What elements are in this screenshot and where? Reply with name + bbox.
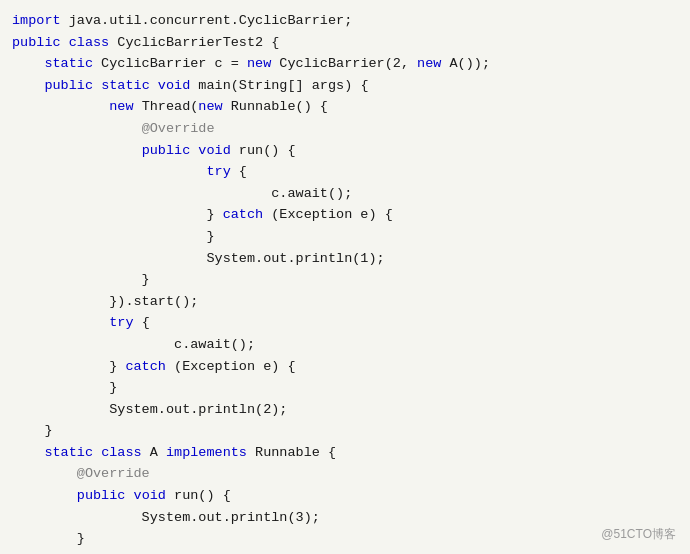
line-22: @Override [12,466,150,481]
line-13: } [12,272,150,287]
line-25: } [12,531,85,546]
line-5: new Thread(new Runnable() { [12,99,328,114]
line-23: public void run() { [12,488,231,503]
line-18: } [12,380,117,395]
line-19: System.out.println(2); [12,402,287,417]
line-3: static CyclicBarrier c = new CyclicBarri… [12,56,490,71]
line-8: try { [12,164,247,179]
line-15: try { [12,315,150,330]
line-16: c.await(); [12,337,255,352]
line-10: } catch (Exception e) { [12,207,393,222]
line-7: public void run() { [12,143,296,158]
line-9: c.await(); [12,186,352,201]
line-17: } catch (Exception e) { [12,359,296,374]
line-12: System.out.println(1); [12,251,385,266]
line-2: public class CyclicBarrierTest2 { [12,35,279,50]
code-viewer: import java.util.concurrent.CyclicBarrie… [0,0,690,554]
line-20: } [12,423,53,438]
line-6: @Override [12,121,215,136]
line-24: System.out.println(3); [12,510,320,525]
line-14: }).start(); [12,294,198,309]
line-11: } [12,229,215,244]
line-21: static class A implements Runnable { [12,445,336,460]
line-4: public static void main(String[] args) { [12,78,368,93]
line-1: import java.util.concurrent.CyclicBarrie… [12,13,352,28]
watermark-label: @51CTO博客 [601,525,676,544]
